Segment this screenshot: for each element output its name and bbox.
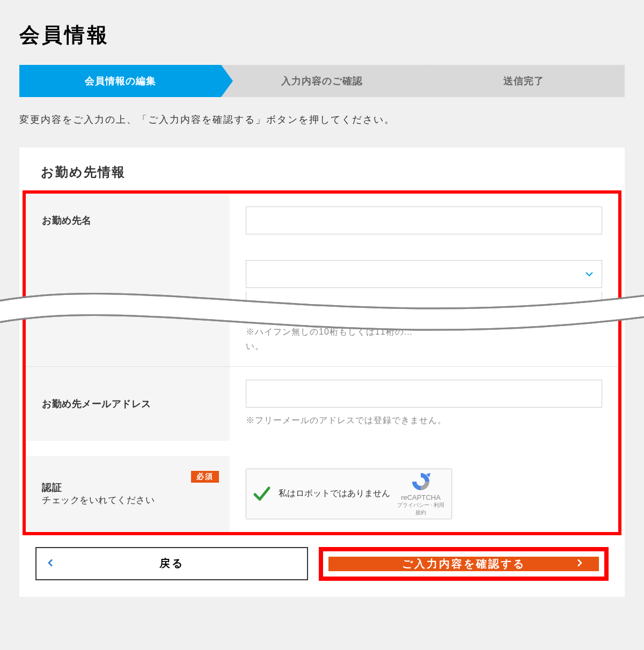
back-button[interactable]: 戻る [35,547,308,580]
recaptcha-logo: reCAPTCHA プライバシー · 利用規約 [397,471,445,516]
label-captcha-title: 認証 [42,481,62,494]
confirm-button-highlight: ご入力内容を確認する [319,547,609,581]
confirm-button-label: ご入力内容を確認する [402,557,525,571]
row-captcha: 認証 チェックをいれてください 必須 私はロボットではありません [26,456,618,532]
label-company-email: お勤め先メールアドレス [26,367,230,440]
company-name-input[interactable] [246,206,602,234]
button-row: 戻る ご入力内容を確認する [19,547,625,581]
recaptcha-icon [410,471,431,492]
highlight-box: お勤め先名 お勤め先電話番号 [23,190,621,535]
step-edit: 会員情報の編集 [19,65,221,97]
step-done: 送信完了 [423,65,625,97]
page-title: 会員情報 [19,21,625,49]
chevron-down-icon [586,270,593,278]
company-phone-select[interactable] [246,260,602,288]
row-company-phone: お勤め先電話番号 ※ハイフン無しの10桁もしくは11桁の… い。 [26,247,618,366]
form-panel: お勤め先情報 お勤め先名 お勤め先電話番号 [19,147,625,597]
row-company-email: お勤め先メールアドレス ※フリーメールのアドレスでは登録できません。 [26,366,618,440]
confirm-button[interactable]: ご入力内容を確認する [328,557,599,571]
company-phone-input[interactable] [246,291,602,319]
required-badge: 必須 [191,471,219,483]
recaptcha-text: 私はロボットではありません [279,488,397,499]
checkmark-icon [253,485,271,503]
label-company-phone: お勤め先電話番号 [26,247,230,366]
chevron-right-icon [576,558,583,570]
label-captcha: 認証 チェックをいれてください 必須 [26,456,230,532]
row-company-name: お勤め先名 [26,194,618,247]
section-title: お勤め先情報 [19,164,625,190]
progress-steps: 会員情報の編集 入力内容のご確認 送信完了 [19,65,625,97]
company-phone-note: ※ハイフン無しの10桁もしくは11桁の… い。 [246,324,602,353]
label-company-phone-text: お勤め先電話番号 [42,300,121,313]
step-confirm: 入力内容のご確認 [221,65,423,97]
label-captcha-sub: チェックをいれてください [42,494,155,506]
instruction-text: 変更内容をご入力の上、「ご入力内容を確認する」ボタンを押してください。 [19,113,625,126]
recaptcha-links: プライバシー · 利用規約 [397,501,445,516]
back-button-label: 戻る [159,556,184,571]
label-company-name: お勤め先名 [26,194,230,247]
company-email-note: ※フリーメールのアドレスでは登録できません。 [246,413,602,427]
recaptcha-widget[interactable]: 私はロボットではありません reCAPTCHA [246,469,452,519]
chevron-left-icon [47,557,54,570]
company-email-input[interactable] [246,380,602,408]
recaptcha-brand: reCAPTCHA [401,493,441,501]
